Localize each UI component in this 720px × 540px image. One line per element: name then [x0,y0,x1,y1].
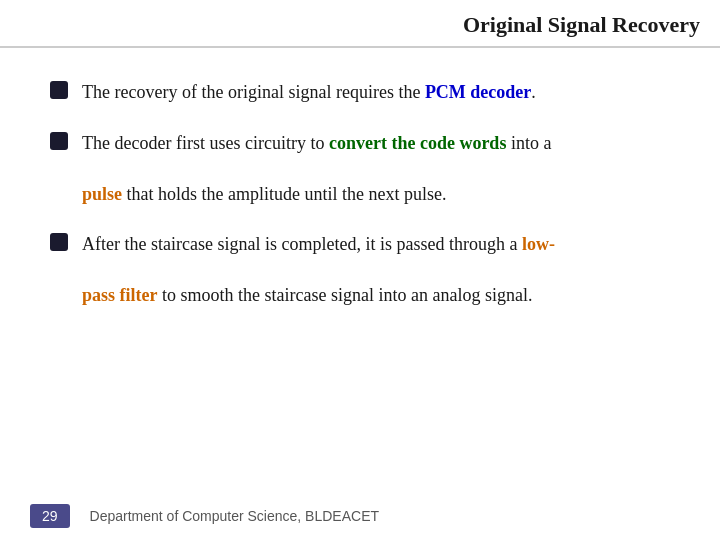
bullet1-text-before: The recovery of the original signal requ… [82,82,425,102]
bullet3-highlight: low- [522,234,555,254]
bullet3-text-before: After the staircase signal is completed,… [82,234,522,254]
slide-header: Original Signal Recovery [0,0,720,48]
bullet-text-3: After the staircase signal is completed,… [82,230,670,259]
continuation1-highlight: pulse [82,184,122,204]
continuation-1: pulse that holds the amplitude until the… [82,180,670,209]
bullet-icon-1 [50,81,68,99]
bullet-item-3: After the staircase signal is completed,… [50,230,670,259]
continuation-2: pass filter to smooth the staircase sign… [82,281,670,310]
bullet2-highlight1: convert the code words [329,133,506,153]
bullet-item-1: The recovery of the original signal requ… [50,78,670,107]
continuation2-highlight: pass filter [82,285,158,305]
slide-content: The recovery of the original signal requ… [0,48,720,352]
bullet1-text-after: . [531,82,536,102]
bullet-icon-3 [50,233,68,251]
bullet-text-2: The decoder first uses circuitry to conv… [82,129,670,158]
slide-title: Original Signal Recovery [463,12,700,37]
slide-footer: 29 Department of Computer Science, BLDEA… [0,492,720,540]
bullet-item-2: The decoder first uses circuitry to conv… [50,129,670,158]
continuation2-text: to smooth the staircase signal into an a… [158,285,533,305]
page-number: 29 [30,504,70,528]
bullet2-text-before: The decoder first uses circuitry to [82,133,329,153]
bullet1-highlight: PCM decoder [425,82,531,102]
bullet-text-1: The recovery of the original signal requ… [82,78,670,107]
footer-institution: Department of Computer Science, BLDEACET [90,508,379,524]
bullet2-text-middle: into a [506,133,551,153]
bullet-icon-2 [50,132,68,150]
continuation1-text: that holds the amplitude until the next … [122,184,446,204]
